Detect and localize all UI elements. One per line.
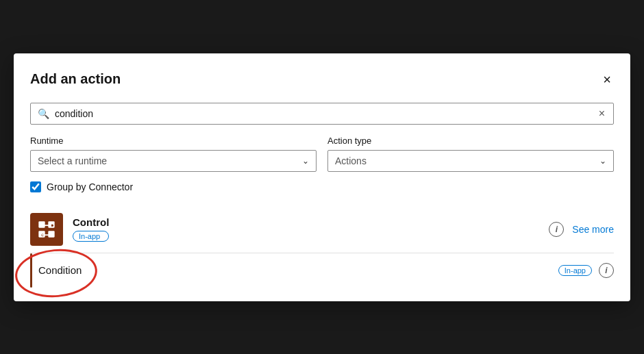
control-icon xyxy=(37,220,56,239)
action-badge: In-app xyxy=(558,265,592,276)
runtime-label: Runtime xyxy=(30,136,317,146)
search-input[interactable] xyxy=(55,108,597,119)
connector-info-icon[interactable]: i xyxy=(549,222,564,237)
action-item-name: Condition xyxy=(30,264,82,276)
action-left-bar xyxy=(30,253,32,288)
search-row: 🔍 × xyxy=(30,103,614,125)
runtime-placeholder: Select a runtime xyxy=(38,155,107,166)
runtime-select[interactable]: Select a runtime ⌄ xyxy=(30,150,317,172)
search-icon: 🔍 xyxy=(38,108,49,119)
action-type-chevron: ⌄ xyxy=(599,156,606,166)
action-right: In-app i xyxy=(558,263,614,278)
group-by-connector-row: Group by Connector xyxy=(30,181,614,192)
connector-right: i See more xyxy=(549,222,614,237)
group-by-connector-label: Group by Connector xyxy=(47,181,133,192)
connector-badge: In-app xyxy=(73,231,109,242)
group-by-connector-checkbox[interactable] xyxy=(30,181,41,192)
action-type-value: Actions xyxy=(335,155,367,166)
action-type-label: Action type xyxy=(327,136,614,146)
action-type-select[interactable]: Actions ⌄ xyxy=(327,150,614,172)
modal-header: Add an action × xyxy=(30,70,614,89)
action-type-filter-group: Action type Actions ⌄ xyxy=(327,136,614,172)
svg-rect-3 xyxy=(48,231,54,237)
connector-icon xyxy=(30,213,63,246)
connector-section: Control In-app i See more Condition In-a… xyxy=(30,206,614,288)
see-more-button[interactable]: See more xyxy=(572,224,614,235)
connector-name: Control xyxy=(73,216,109,228)
svg-rect-0 xyxy=(38,221,45,227)
filters-row: Runtime Select a runtime ⌄ Action type A… xyxy=(30,136,614,172)
condition-action-item: Condition In-app i xyxy=(30,253,614,288)
search-clear-button[interactable]: × xyxy=(597,108,606,120)
connector-left: Control In-app xyxy=(30,213,109,246)
connector-header: Control In-app i See more xyxy=(30,206,614,253)
add-action-modal: Add an action × 🔍 × Runtime Select a run… xyxy=(14,53,630,301)
runtime-filter-group: Runtime Select a runtime ⌄ xyxy=(30,136,317,172)
runtime-chevron: ⌄ xyxy=(302,156,309,166)
action-info-icon[interactable]: i xyxy=(599,263,614,278)
close-button[interactable]: × xyxy=(600,70,614,89)
connector-info: Control In-app xyxy=(73,216,109,242)
modal-title: Add an action xyxy=(30,71,121,87)
